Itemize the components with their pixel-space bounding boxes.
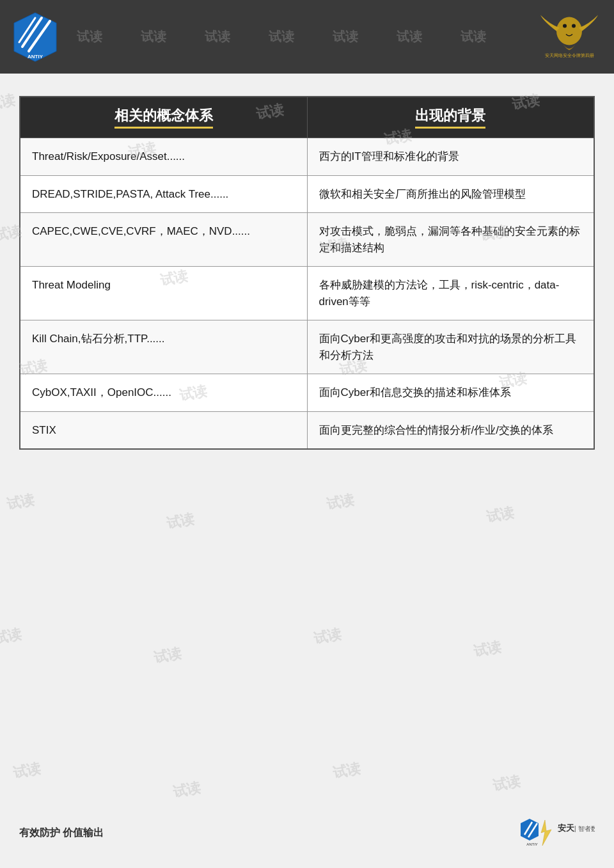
wm-21: 试读 (472, 637, 503, 661)
wm-20: 试读 (312, 624, 343, 648)
header-watermarks: 试读 试读 试读 试读 试读 试读 试读 (0, 0, 614, 74)
svg-point-5 (556, 17, 582, 45)
table-row: Threat/Risk/Exposure/Asset......西方的IT管理和… (20, 138, 594, 176)
table-row: STIX面向更完整的综合性的情报分析/作业/交换的体系 (20, 411, 594, 449)
table-cell-col2-2: 对攻击模式，脆弱点，漏洞等各种基础的安全元素的标定和描述结构 (307, 213, 594, 267)
table-cell-col1-3: Threat Modeling (20, 267, 307, 320)
table-cell-col1-4: Kill Chain,钻石分析,TTP...... (20, 320, 307, 374)
wm-16: 试读 (325, 490, 356, 514)
table-row: CAPEC,CWE,CVE,CVRF，MAEC，NVD......对攻击模式，脆… (20, 213, 594, 267)
header-wm-1: 试读 (77, 28, 102, 45)
table-cell-col2-1: 微软和相关安全厂商所推出的风险管理模型 (307, 175, 594, 213)
wm-18: 试读 (0, 624, 23, 648)
svg-text:安天: 安天 (557, 823, 575, 833)
badge-logo: 安天网络安全令牌第四册 (537, 12, 601, 59)
wm-17: 试读 (485, 503, 516, 526)
header-wm-7: 试读 (460, 28, 486, 45)
header-wm-3: 试读 (205, 28, 230, 45)
table-cell-col1-2: CAPEC,CWE,CVE,CVRF，MAEC，NVD...... (20, 213, 307, 267)
wm-23: 试读 (171, 778, 203, 801)
main-content: 相关的概念体系 出现的背景 Threat/Risk/Exposure/Asset… (0, 74, 614, 472)
table-cell-col1-5: CybOX,TAXII，OpenIOC...... (20, 374, 307, 412)
svg-text:ANTIY: ANTIY (526, 842, 538, 846)
wm-19: 试读 (152, 643, 184, 667)
table-header-row: 相关的概念体系 出现的背景 (20, 97, 594, 138)
svg-marker-9 (521, 819, 539, 840)
table-cell-col1-1: DREAD,STRIDE,PASTA, Attack Tree...... (20, 175, 307, 213)
page-header: ANTIY 试读 试读 试读 试读 试读 试读 试读 安天网络安全令牌第四册 (0, 0, 614, 74)
table-cell-col2-0: 西方的IT管理和标准化的背景 (307, 138, 594, 176)
table-cell-col2-4: 面向Cyber和更高强度的攻击和对抗的场景的分析工具和分析方法 (307, 320, 594, 374)
wm-22: 试读 (12, 759, 43, 782)
wm-25: 试读 (491, 771, 523, 795)
header-wm-5: 试读 (333, 28, 358, 45)
header-wm-4: 试读 (269, 28, 294, 45)
table-cell-col1-0: Threat/Risk/Exposure/Asset...... (20, 138, 307, 176)
svg-point-6 (563, 24, 567, 28)
svg-text:智者数天下: 智者数天下 (578, 825, 595, 832)
table-cell-col2-3: 各种威胁建模的方法论，工具，risk-centric，data-driven等等 (307, 267, 594, 320)
header-wm-6: 试读 (397, 28, 422, 45)
col2-header: 出现的背景 (307, 97, 594, 138)
wm-14: 试读 (5, 490, 36, 514)
concept-table: 相关的概念体系 出现的背景 Threat/Risk/Exposure/Asset… (19, 96, 595, 450)
col1-header: 相关的概念体系 (20, 97, 307, 138)
wm-24: 试读 (331, 759, 363, 782)
svg-text:|: | (574, 825, 576, 832)
svg-text:安天网络安全令牌第四册: 安天网络安全令牌第四册 (545, 52, 594, 58)
table-cell-col1-6: STIX (20, 411, 307, 449)
header-badge: 安天网络安全令牌第四册 (537, 12, 601, 62)
table-cell-col2-6: 面向更完整的综合性的情报分析/作业/交换的体系 (307, 411, 594, 449)
table-row: CybOX,TAXII，OpenIOC......面向Cyber和信息交换的描述… (20, 374, 594, 412)
footer-logo-svg: ANTIY 安天 | 智者数天下 (518, 817, 595, 849)
svg-point-7 (572, 24, 576, 28)
footer-tagline: 有效防护 价值输出 (19, 826, 104, 840)
table-row: DREAD,STRIDE,PASTA, Attack Tree......微软和… (20, 175, 594, 213)
table-row: Kill Chain,钻石分析,TTP......面向Cyber和更高强度的攻击… (20, 320, 594, 374)
header-wm-2: 试读 (141, 28, 166, 45)
table-row: Threat Modeling各种威胁建模的方法论，工具，risk-centri… (20, 267, 594, 320)
page-footer: 有效防护 价值输出 ANTIY 安天 | 智者数天下 (19, 817, 595, 849)
footer-logo: ANTIY 安天 | 智者数天下 (518, 817, 595, 849)
table-cell-col2-5: 面向Cyber和信息交换的描述和标准体系 (307, 374, 594, 412)
wm-15: 试读 (165, 509, 196, 533)
